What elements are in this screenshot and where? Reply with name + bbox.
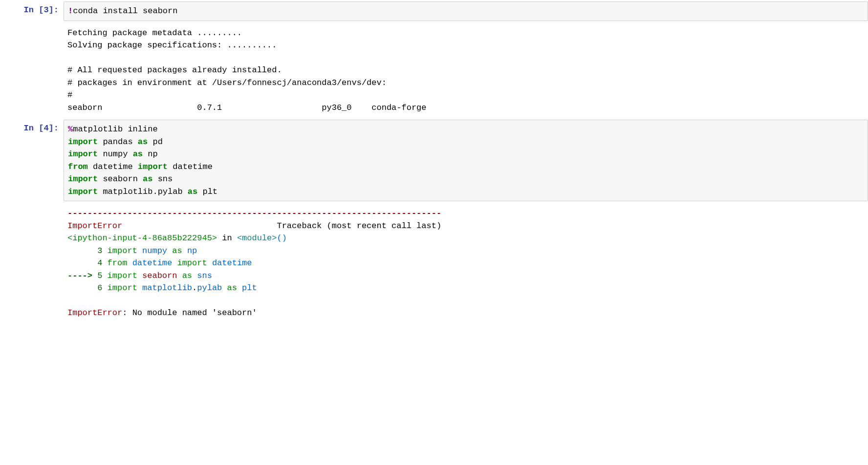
- input-prompt: In [4]:: [0, 118, 64, 203]
- tb-header: Traceback (most recent call last): [122, 221, 441, 231]
- tb-mod: matplotlib: [142, 283, 192, 293]
- code-text: matplotlib.pylab: [98, 187, 188, 196]
- tb-alias: np: [187, 246, 197, 255]
- output-cell-4: ----------------------------------------…: [0, 203, 868, 324]
- kw-import: import: [68, 149, 98, 159]
- tb-lineno: 6: [67, 283, 102, 293]
- code-text: datetime: [168, 162, 213, 171]
- tb-paren: (): [277, 233, 287, 243]
- tb-final-error: ImportError: [67, 308, 122, 317]
- code-text: seaborn: [98, 174, 143, 184]
- tb-alias: plt: [242, 283, 257, 293]
- tb-dot: .: [192, 283, 197, 293]
- tb-lineno: 4: [67, 258, 102, 268]
- tb-kw: import: [102, 283, 142, 293]
- tb-lineno: 3: [67, 246, 102, 255]
- tb-mod: datetime: [132, 258, 173, 268]
- output-prompt: [0, 203, 64, 324]
- tb-error-mod: seaborn: [142, 271, 177, 280]
- tb-kw: as: [222, 283, 242, 293]
- tb-kw: import: [172, 258, 212, 268]
- code-text: sns: [152, 174, 173, 184]
- code-input[interactable]: %matplotlib inline import pandas as pd i…: [64, 120, 868, 201]
- code-input[interactable]: !conda install seaborn: [64, 1, 868, 21]
- magic-percent: %: [68, 125, 73, 134]
- stdout-output: Fetching package metadata ......... Solv…: [64, 24, 868, 117]
- kw-as: as: [143, 174, 152, 184]
- tb-mod: pylab: [197, 283, 222, 293]
- tb-frame-loc: <module>: [237, 233, 277, 243]
- code-cell-3: In [3]: !conda install seaborn: [0, 0, 868, 22]
- code-cell-4: In [4]: %matplotlib inline import pandas…: [0, 118, 868, 203]
- tb-sep: :: [122, 308, 132, 317]
- code-text: numpy: [98, 149, 132, 159]
- magic-text: matplotlib inline: [73, 125, 157, 134]
- tb-kw: import: [102, 271, 142, 280]
- output-cell-3: Fetching package metadata ......... Solv…: [0, 22, 868, 119]
- kw-import: import: [138, 162, 168, 171]
- shell-bang: !: [68, 6, 73, 16]
- tb-alias: sns: [197, 271, 212, 280]
- tb-final-msg: No module named 'seaborn': [132, 308, 257, 317]
- kw-as: as: [188, 187, 197, 196]
- tb-kw: from: [102, 258, 132, 268]
- kw-import: import: [68, 174, 98, 184]
- tb-lineno: 5: [97, 271, 102, 280]
- code-text: pd: [148, 137, 163, 147]
- tb-frame-file: <ipython-input-4-86a85b222945>: [67, 233, 217, 243]
- tb-kw: import: [102, 246, 142, 255]
- kw-import: import: [68, 137, 98, 147]
- input-prompt: In [3]:: [0, 0, 64, 22]
- tb-mod: datetime: [212, 258, 252, 268]
- code-text: datetime: [88, 162, 138, 171]
- tb-arrow: ---->: [67, 271, 97, 280]
- output-prompt: [0, 22, 64, 119]
- code-text: pandas: [98, 137, 138, 147]
- kw-from: from: [68, 162, 88, 171]
- traceback-output: ----------------------------------------…: [64, 204, 868, 322]
- kw-as: as: [133, 149, 143, 159]
- tb-kw: as: [177, 271, 197, 280]
- tb-error-name: ImportError: [67, 221, 122, 231]
- code-text: plt: [197, 187, 217, 196]
- tb-separator: ----------------------------------------…: [67, 209, 441, 218]
- kw-as: as: [138, 137, 148, 147]
- kw-import: import: [68, 187, 98, 196]
- shell-command: conda install seaborn: [73, 6, 177, 16]
- tb-mod: numpy: [142, 246, 167, 255]
- code-text: np: [143, 149, 158, 159]
- tb-in: in: [217, 233, 237, 243]
- tb-kw: as: [167, 246, 187, 255]
